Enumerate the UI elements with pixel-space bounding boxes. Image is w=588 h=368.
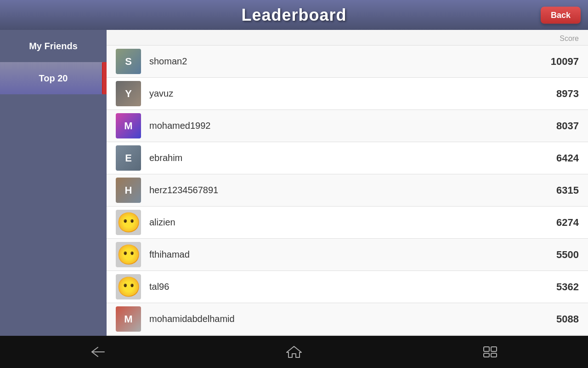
score-value: 6274 bbox=[542, 217, 579, 229]
score-value: 5088 bbox=[542, 313, 579, 325]
leaderboard-row: E ebrahim 6424 bbox=[107, 142, 588, 174]
leaderboard-row: M mohamidabdelhamid 5088 bbox=[107, 303, 588, 335]
leaderboard-row: M mohamed1992 8037 bbox=[107, 110, 588, 142]
header: Leaderboard Back bbox=[0, 0, 588, 30]
score-value: 6315 bbox=[542, 184, 579, 196]
avatar: 😶 bbox=[116, 210, 141, 235]
username: ebrahim bbox=[149, 153, 542, 163]
avatar: 😶 bbox=[116, 274, 141, 299]
sidebar-item-my-friends[interactable]: My Friends bbox=[0, 30, 107, 62]
svg-rect-5 bbox=[491, 353, 497, 357]
nav-bar bbox=[0, 336, 588, 368]
score-value: 8973 bbox=[542, 88, 579, 100]
svg-rect-2 bbox=[484, 347, 489, 351]
username: yavuz bbox=[149, 88, 542, 99]
sidebar-item-label-my-friends: My Friends bbox=[29, 41, 78, 52]
username: fthihamad bbox=[149, 249, 542, 260]
svg-rect-4 bbox=[484, 353, 489, 357]
svg-rect-3 bbox=[491, 347, 497, 351]
score-value: 6424 bbox=[542, 152, 579, 164]
leaderboard-row: 😶 fthihamad 5500 bbox=[107, 239, 588, 271]
leaderboard-row: 😶 alizien 6274 bbox=[107, 207, 588, 239]
score-column-label: Score bbox=[560, 34, 579, 43]
sidebar-item-top-20[interactable]: Top 20 bbox=[0, 62, 107, 94]
username: alizien bbox=[149, 217, 542, 228]
avatar: M bbox=[116, 306, 141, 332]
leaderboard-row: H herz1234567891 6315 bbox=[107, 174, 588, 207]
leaderboard-row: Y yavuz 8973 bbox=[107, 78, 588, 110]
username: tal96 bbox=[149, 282, 542, 292]
username: herz1234567891 bbox=[149, 185, 542, 196]
username: mohamed1992 bbox=[149, 121, 542, 131]
avatar: E bbox=[116, 145, 141, 171]
leaderboard-row: S shoman2 10097 bbox=[107, 46, 588, 78]
nav-recent-button[interactable] bbox=[476, 343, 504, 361]
svg-marker-1 bbox=[287, 346, 301, 357]
leaderboard-row: 😶 tal96 5362 bbox=[107, 271, 588, 303]
avatar: S bbox=[116, 49, 141, 74]
score-value: 5362 bbox=[542, 281, 579, 293]
page-title: Leaderboard bbox=[241, 6, 346, 25]
sidebar-item-label-top-20: Top 20 bbox=[39, 73, 68, 84]
active-tab-indicator bbox=[102, 62, 107, 94]
score-value: 10097 bbox=[542, 56, 579, 68]
nav-home-button[interactable] bbox=[280, 343, 308, 361]
username: shoman2 bbox=[149, 56, 542, 67]
avatar: H bbox=[116, 178, 141, 203]
avatar: 😶 bbox=[116, 242, 141, 267]
leaderboard-content: Score S shoman2 10097 Y yavuz 8973 M moh… bbox=[107, 30, 588, 336]
avatar: Y bbox=[116, 81, 141, 106]
leaderboard-list: S shoman2 10097 Y yavuz 8973 M mohamed19… bbox=[107, 46, 588, 335]
avatar: M bbox=[116, 113, 141, 138]
score-header-row: Score bbox=[107, 30, 588, 46]
username: mohamidabdelhamid bbox=[149, 314, 542, 324]
main-content: My Friends Top 20 Score S shoman2 10097 … bbox=[0, 30, 588, 336]
nav-back-button[interactable] bbox=[84, 343, 112, 361]
back-button[interactable]: Back bbox=[541, 6, 581, 23]
score-value: 8037 bbox=[542, 120, 579, 132]
sidebar: My Friends Top 20 bbox=[0, 30, 107, 336]
score-value: 5500 bbox=[542, 249, 579, 261]
